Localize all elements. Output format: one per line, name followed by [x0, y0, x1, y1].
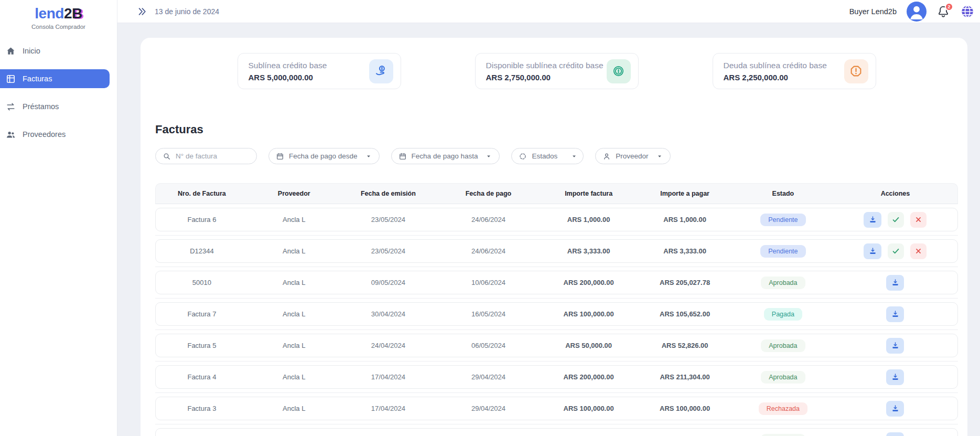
stat-card-2: Deuda sublínea crédito baseARS 2,250,000…: [713, 53, 876, 89]
cell-importe: ARS 3,333.00: [541, 247, 637, 255]
status-circle-icon: [519, 152, 527, 161]
logo-part-lend: lend: [35, 5, 64, 22]
filter-label: Fecha de pago desde: [289, 152, 358, 160]
brand-subtitle: Consola Comprador: [0, 24, 117, 30]
download-icon: [868, 215, 877, 224]
stat-card-amount: ARS 2,750,000.00: [486, 73, 604, 82]
brand-logo-text: lend2B: [0, 5, 117, 22]
cell-a-pagar: ARS 100,000.00: [637, 405, 733, 412]
download-invoice-button[interactable]: [886, 401, 904, 417]
download-icon: [891, 373, 900, 381]
caret-down-icon: [485, 153, 492, 160]
sidebar-item-prestamos[interactable]: Préstamos: [0, 97, 110, 116]
cell-proveedor: Ancla L: [248, 373, 340, 381]
approve-invoice-button[interactable]: [888, 212, 904, 228]
filter-proveedor[interactable]: Proveedor: [595, 148, 670, 164]
row-divider: [155, 392, 958, 393]
x-icon: [914, 247, 923, 256]
cell-emision: 17/04/2024: [340, 373, 436, 381]
download-invoice-button[interactable]: [864, 212, 881, 228]
download-icon: [891, 278, 900, 287]
caret-down-icon: [365, 153, 372, 160]
cell-pago: 06/05/2024: [436, 342, 541, 349]
cell-proveedor: Ancla L: [248, 310, 340, 318]
download-invoice-button[interactable]: [886, 432, 904, 436]
sidebar-collapse-icon[interactable]: [137, 6, 147, 17]
download-invoice-button[interactable]: [886, 338, 904, 354]
cell-pago: 10/06/2024: [436, 279, 541, 286]
cell-importe: ARS 100,000.00: [541, 310, 637, 318]
cell-emision: 24/04/2024: [340, 342, 436, 349]
filter-label: Estados: [532, 152, 557, 160]
sidebar-item-label: Proveedores: [23, 130, 66, 139]
cell-acciones: [833, 338, 957, 354]
cell-importe: ARS 1,000.00: [541, 216, 637, 224]
cell-pago: 24/06/2024: [436, 247, 541, 255]
filter-fecha-desde[interactable]: Fecha de pago desde: [268, 148, 380, 164]
sidebar: lend2B Consola Comprador InicioFacturasP…: [0, 0, 117, 436]
cell-emision: 23/05/2024: [340, 216, 436, 224]
table-row: 50010Ancla L09/05/202410/06/2024ARS 200,…: [155, 271, 958, 294]
sidebar-nav: InicioFacturasPréstamosProveedores: [0, 41, 117, 144]
stat-card-label: Deuda sublínea crédito base: [724, 61, 827, 70]
row-divider: [155, 361, 958, 361]
download-invoice-button[interactable]: [886, 306, 904, 322]
cell-nro: Factura 3: [156, 405, 248, 412]
filter-label: Proveedor: [616, 152, 648, 160]
approve-invoice-button[interactable]: [888, 243, 904, 259]
reject-invoice-button[interactable]: [910, 212, 927, 228]
cell-proveedor: Ancla L: [248, 405, 340, 412]
cell-acciones: [833, 369, 957, 385]
table-row: Factura 6Ancla L23/05/202424/06/2024ARS …: [155, 208, 958, 231]
cell-estado: Pendiente: [733, 245, 833, 258]
sidebar-item-proveedores[interactable]: Proveedores: [0, 125, 110, 144]
caret-down-icon: [656, 153, 663, 160]
current-date: 13 de junio de 2024: [155, 7, 219, 16]
caret-down-icon: [570, 153, 578, 160]
download-invoice-button[interactable]: [886, 275, 904, 291]
download-invoice-button[interactable]: [886, 369, 904, 385]
invoice-search[interactable]: [155, 148, 257, 164]
column-header: Fecha de emisión: [340, 190, 436, 197]
status-badge: Aprobada: [761, 277, 805, 289]
cell-a-pagar: ARS 105,652.00: [637, 310, 733, 318]
language-globe-icon[interactable]: [960, 4, 975, 19]
search-input[interactable]: [176, 152, 250, 160]
row-divider: [155, 235, 958, 236]
cell-estado: Aprobada: [733, 277, 833, 289]
column-header: Importe factura: [541, 190, 637, 197]
status-badge: Pendiente: [760, 214, 805, 226]
download-invoice-button[interactable]: [864, 243, 881, 259]
cell-a-pagar: ARS 205,027.78: [637, 279, 733, 286]
calendar-icon: [276, 152, 284, 161]
reject-invoice-button[interactable]: [910, 243, 927, 259]
stat-card-text: Deuda sublínea crédito baseARS 2,250,000…: [724, 61, 827, 82]
x-icon: [914, 215, 923, 224]
cell-estado: Pendiente: [733, 214, 833, 226]
cell-acciones: [833, 401, 957, 417]
table-row: Factura 5Ancla L24/04/202406/05/2024ARS …: [155, 334, 958, 357]
filter-estados[interactable]: Estados: [511, 148, 584, 164]
stat-card-icon-box: [844, 59, 868, 83]
table-row: Factura 7Ancla L30/04/202416/05/2024ARS …: [155, 302, 958, 326]
row-divider: [155, 329, 958, 330]
cell-importe: ARS 200,000.00: [541, 279, 637, 286]
content-area: Sublínea crédito baseARS 5,000,000.00Dis…: [117, 23, 980, 436]
status-badge: Aprobada: [761, 339, 805, 352]
avatar[interactable]: [907, 2, 927, 22]
logo-part-b: B: [72, 5, 82, 22]
check-icon: [891, 247, 900, 256]
notifications-button[interactable]: 2: [936, 5, 950, 18]
sidebar-item-facturas[interactable]: Facturas: [0, 69, 110, 88]
column-header: Fecha de pago: [436, 190, 541, 197]
cell-a-pagar: ARS 3,333.00: [637, 247, 733, 255]
sidebar-item-inicio[interactable]: Inicio: [0, 41, 110, 60]
table-row: Factura 3Ancla L17/04/202429/04/2024ARS …: [155, 397, 958, 420]
column-header: Acciones: [833, 190, 957, 197]
stat-card-label: Sublínea crédito base: [249, 61, 327, 70]
cell-pago: 24/06/2024: [436, 216, 541, 224]
cell-nro: Factura 6: [156, 216, 248, 224]
filter-fecha-hasta[interactable]: Fecha de pago hasta: [391, 148, 500, 164]
logo-part-2: 2: [64, 5, 72, 22]
column-header: Proveedor: [248, 190, 340, 197]
